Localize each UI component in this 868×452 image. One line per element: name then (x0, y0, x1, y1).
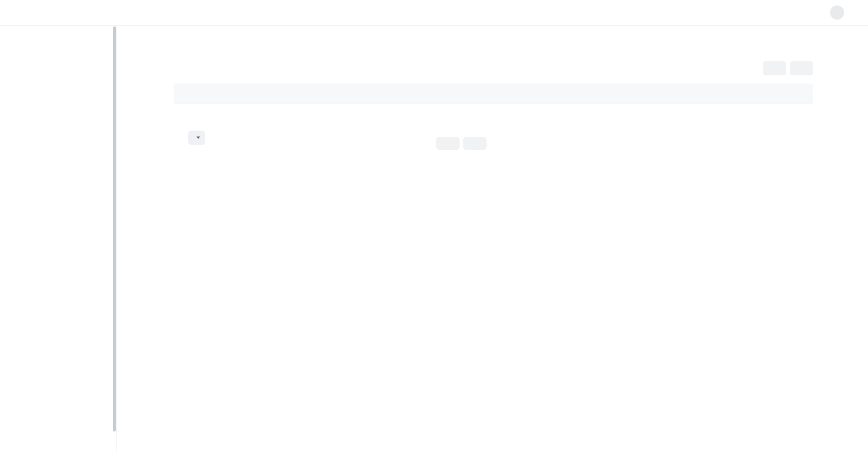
refresh-icon (443, 140, 450, 147)
refresh-button[interactable] (436, 137, 460, 150)
page-size-dropdown[interactable] (188, 131, 205, 145)
table-header-row (174, 84, 813, 104)
main-content (117, 26, 868, 452)
subscribe-journal-icon (769, 65, 776, 72)
export-to-excel-button[interactable] (463, 137, 487, 150)
footer-buttons (404, 137, 519, 150)
caret-down-icon (196, 137, 200, 139)
page-header (174, 26, 813, 52)
excel-file-icon (470, 140, 476, 147)
audits-table (174, 84, 813, 104)
list-icon (796, 65, 803, 72)
subscribe-button[interactable] (763, 61, 786, 75)
sidebar (0, 26, 117, 452)
list-button[interactable] (790, 61, 813, 75)
page-size-group (181, 131, 205, 145)
user-menu-chevron-down-icon[interactable] (854, 10, 861, 16)
table-actions (174, 61, 813, 75)
user-avatar[interactable] (830, 5, 844, 20)
sidebar-scrollbar[interactable] (113, 26, 116, 431)
table-footer (174, 104, 813, 152)
notifications-bell-icon[interactable] (809, 8, 817, 17)
user-area (809, 5, 868, 20)
topbar (0, 0, 868, 26)
audits-group-icon (174, 38, 188, 52)
